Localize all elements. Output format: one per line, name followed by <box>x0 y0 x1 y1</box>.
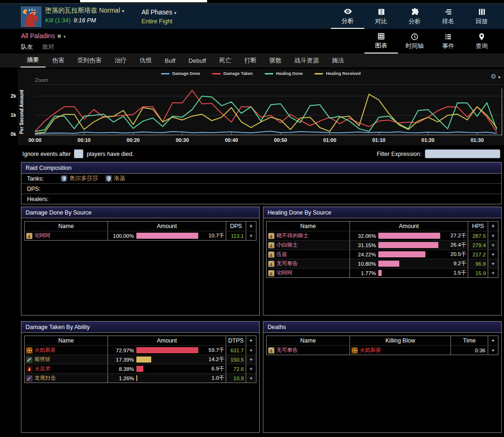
row-expand-button[interactable]: + <box>488 269 498 277</box>
legend-item[interactable]: Damage Taken <box>212 71 253 76</box>
killing-blow-name: 火焰新星 <box>360 347 381 354</box>
raid-member[interactable]: 奥尔多莎莎 <box>60 175 99 182</box>
gear-icon[interactable]: ⚙ <box>491 73 497 80</box>
tab-4[interactable]: 仇恨 <box>133 54 158 67</box>
filter-expression-input[interactable] <box>425 149 500 158</box>
phase-selector[interactable]: All Phases ▾ Entire Fight <box>141 8 176 25</box>
row-name: 无可奉告 <box>276 260 298 267</box>
row-expand-button[interactable]: + <box>488 346 498 355</box>
row-expand-button[interactable]: + <box>246 374 256 383</box>
legend-item[interactable]: Healing Done <box>265 71 303 76</box>
main-nav-item-0-eye[interactable]: 分析 <box>331 4 364 29</box>
row-name-cell[interactable]: 晓不得的骑士 <box>267 231 349 240</box>
row-expand-button[interactable]: + <box>246 231 256 240</box>
tab-2[interactable]: 受到伤害 <box>71 54 108 67</box>
deaths-count-input[interactable] <box>74 149 83 158</box>
chart-plot-area[interactable] <box>35 88 502 135</box>
fire-nova-icon <box>351 347 358 354</box>
view-nav-item-2-list[interactable]: 事件 <box>431 29 465 54</box>
panel-title: Damage Taken By Ability <box>21 322 259 333</box>
raid-member-name: 洛菡 <box>114 175 126 182</box>
row-percent: 32.06% <box>350 233 376 239</box>
main-nav-item-label: 回放 <box>476 17 488 26</box>
tab-5[interactable]: Buff <box>158 54 182 67</box>
row-amount: 59.7千 <box>200 347 226 354</box>
tab-0[interactable]: 摘要 <box>20 54 46 67</box>
tab-6[interactable]: Debuff <box>182 54 213 67</box>
row-expand-button[interactable]: + <box>488 241 498 249</box>
row-name-cell[interactable]: 宅呵呵 <box>25 231 108 240</box>
main-nav-item-1-compare[interactable]: 对比 <box>364 4 398 29</box>
x-axis-tick: 00:10 <box>78 137 91 143</box>
row-name-cell[interactable]: 无可奉告 <box>267 259 349 268</box>
table-header-row: NameAmountDPS+ <box>25 222 256 231</box>
filter-expression-label: Filter Expression: <box>376 151 422 157</box>
main-nav-item-4-replay[interactable]: 回放 <box>465 4 498 29</box>
x-axis-tick: 01:10 <box>372 137 385 143</box>
row-name-cell[interactable]: 宅呵呵 <box>267 269 349 277</box>
column-header-amount: Amount <box>108 336 226 345</box>
main-nav-item-3-ranking[interactable]: 排名 <box>431 4 465 29</box>
row-bar <box>136 347 198 353</box>
friendlies-tab[interactable]: 队友 <box>21 43 33 50</box>
raid-comp-row-healers: Healers: <box>21 194 501 204</box>
tab-9[interactable]: 驱散 <box>263 54 288 67</box>
row-name-cell[interactable]: 火焰新星 <box>25 346 108 355</box>
column-header-add[interactable]: + <box>488 336 498 345</box>
row-name-cell[interactable]: 龙尾扫击 <box>25 374 108 383</box>
tab-1[interactable]: 伤害 <box>46 54 71 67</box>
row-name-cell[interactable]: 伍兹 <box>267 250 349 259</box>
row-expand-button[interactable]: + <box>488 250 498 259</box>
close-icon[interactable]: ✖ <box>57 33 61 40</box>
enemies-tab[interactable]: 敌对 <box>42 43 54 50</box>
chart-settings[interactable]: ⚙ ▾ <box>491 73 500 80</box>
x-axis-tick: 00:00 <box>28 137 41 143</box>
raid-member[interactable]: 洛菡 <box>105 175 126 182</box>
deaths-panel: DeathsNameKilling BlowTime+无可奉告火焰新星0:36+ <box>263 321 502 433</box>
row-name-cell[interactable]: 火息术 <box>25 364 108 373</box>
row-per-second: 279.4 <box>468 241 488 249</box>
tab-11[interactable]: 施法 <box>325 54 350 67</box>
data-table: NameKilling BlowTime+无可奉告火焰新星0:36+ <box>266 336 498 355</box>
column-header-add[interactable]: + <box>246 336 256 345</box>
column-header-add[interactable]: + <box>488 222 498 231</box>
grid-icon <box>377 32 385 40</box>
raid-composition-rows: Tanks:奥尔多莎莎洛菡DPS:Healers: <box>21 174 501 204</box>
row-amount-cell: 17.39%14.2千 <box>108 355 226 364</box>
legend-label: Healing Received <box>326 71 361 76</box>
row-expand-button[interactable]: + <box>488 231 498 240</box>
tab-3[interactable]: 治疗 <box>108 54 133 67</box>
data-table: NameAmountHPS+晓不得的骑士32.06%27.2千287.5+小白骑… <box>266 221 498 278</box>
table-row: 顺劈斩17.39%14.2千150.5+ <box>25 355 256 364</box>
row-expand-button[interactable]: + <box>246 355 256 364</box>
boss-summary[interactable]: 堕落的瓦拉斯塔兹 Normal ▾ Kill (1:34)9:16 PM <box>21 7 124 27</box>
row-expand-button[interactable]: + <box>246 364 256 373</box>
report-header: 堕落的瓦拉斯塔兹 Normal ▾ Kill (1:34)9:16 PM All… <box>0 3 504 29</box>
paladin-icon <box>268 270 275 276</box>
row-amount: 20.5千 <box>442 251 468 258</box>
row-name-cell[interactable]: 无可奉告 <box>267 346 349 355</box>
view-nav-item-0-grid[interactable]: 图表 <box>364 29 398 54</box>
boss-title[interactable]: 堕落的瓦拉斯塔兹 Normal <box>45 7 120 14</box>
source-filter[interactable]: All Paladins✖▾ <box>21 32 66 40</box>
row-expand-button[interactable]: + <box>246 346 256 355</box>
tab-8[interactable]: 打断 <box>238 54 263 67</box>
main-nav-item-label: 分析 <box>342 17 354 25</box>
legend-item[interactable]: Damage Done <box>161 71 200 76</box>
row-killing-blow-cell[interactable]: 火焰新星 <box>349 346 450 355</box>
table-header-row: NameKilling BlowTime+ <box>267 336 498 345</box>
main-nav-item-2-puzzle[interactable]: 分析 <box>398 4 431 29</box>
tab-10[interactable]: 战斗资源 <box>288 54 325 67</box>
tab-7[interactable]: 死亡 <box>213 54 238 67</box>
row-expand-button[interactable]: + <box>488 259 498 268</box>
row-amount-cell: 8.38%6.9千 <box>108 364 226 373</box>
x-axis-tick: 00:50 <box>274 137 287 143</box>
row-name-cell[interactable]: 小白骑士 <box>267 241 349 249</box>
view-nav-item-1-clock[interactable]: 时间轴 <box>398 29 431 54</box>
legend-item[interactable]: Healing Received <box>315 71 361 76</box>
row-name-cell[interactable]: 顺劈斩 <box>25 355 108 364</box>
column-header-add[interactable]: + <box>246 222 256 231</box>
view-nav-item-3-pin[interactable]: 查询 <box>465 29 498 54</box>
y-axis-tick: 1k <box>2 112 16 118</box>
fire-nova-icon <box>26 347 33 354</box>
